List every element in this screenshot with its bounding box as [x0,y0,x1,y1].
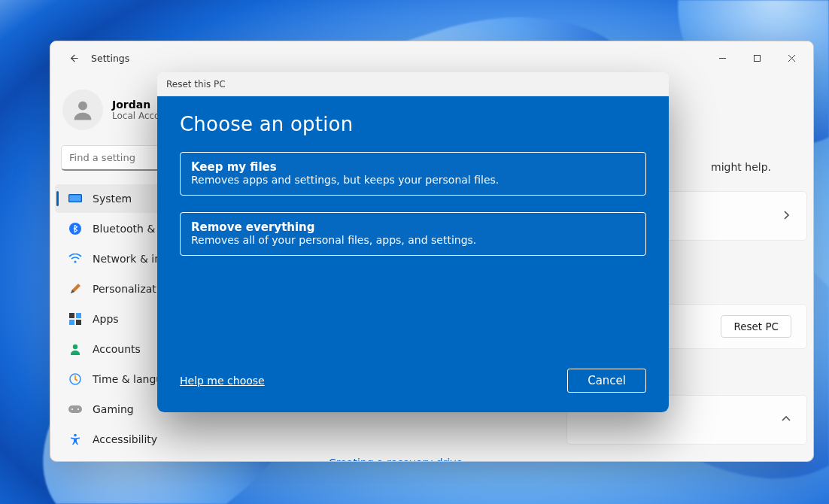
svg-rect-4 [69,195,80,201]
sidebar-item-label: System [93,193,132,205]
svg-point-6 [74,260,76,263]
apps-icon [68,312,82,326]
svg-rect-0 [754,55,760,61]
svg-rect-13 [68,405,82,413]
option-remove-everything[interactable]: Remove everything Removes all of your pe… [180,212,646,256]
related-link-recovery-drive[interactable]: Creating a recovery drive [329,457,463,462]
sidebar-item-label: Apps [93,313,119,325]
accounts-icon [68,342,82,356]
system-icon [68,192,82,205]
clock-globe-icon [68,372,82,386]
reset-this-pc-dialog: Reset this PC Choose an option Keep my f… [157,72,669,412]
maximize-button[interactable] [739,45,774,71]
arrow-left-icon [68,53,79,64]
help-me-choose-link[interactable]: Help me choose [180,375,265,387]
person-icon [70,97,96,123]
reset-pc-button[interactable]: Reset PC [721,315,791,338]
close-icon [788,54,796,62]
svg-point-15 [77,408,79,410]
svg-rect-9 [69,320,74,325]
recovery-hint: might help. [711,161,771,173]
wifi-icon [68,252,82,266]
chevron-right-icon [781,209,791,223]
window-title: Settings [91,53,129,64]
sidebar-item-accessibility[interactable]: Accessibility [55,425,279,454]
dialog-heading: Choose an option [180,113,646,135]
svg-rect-10 [76,320,81,325]
svg-rect-8 [76,313,81,318]
sidebar-item-label: Gaming [93,403,134,415]
sidebar-item-label: Accounts [93,343,141,355]
option-subtitle: Removes apps and settings, but keeps you… [191,174,635,186]
option-subtitle: Removes all of your personal files, apps… [191,234,635,246]
minimize-button[interactable] [705,45,739,71]
option-title: Remove everything [191,220,635,234]
svg-point-14 [71,408,73,410]
paintbrush-icon [68,282,82,296]
chevron-up-icon [781,413,791,427]
svg-point-1 [78,102,87,111]
dialog-caption: Reset this PC [157,72,669,96]
gaming-icon [68,402,82,416]
option-title: Keep my files [191,160,635,174]
sidebar-item-label: Accessibility [93,433,157,445]
svg-rect-7 [69,313,74,318]
minimize-icon [718,54,727,62]
back-button[interactable] [62,47,84,68]
accessibility-icon [68,433,82,446]
titlebar: Settings [50,41,813,74]
svg-point-11 [73,345,77,349]
option-keep-my-files[interactable]: Keep my files Removes apps and settings,… [180,152,646,196]
cancel-button[interactable]: Cancel [567,369,646,393]
avatar [62,90,103,130]
bluetooth-icon [68,222,82,235]
svg-point-16 [74,434,77,437]
maximize-icon [753,54,761,62]
close-button[interactable] [774,45,809,71]
